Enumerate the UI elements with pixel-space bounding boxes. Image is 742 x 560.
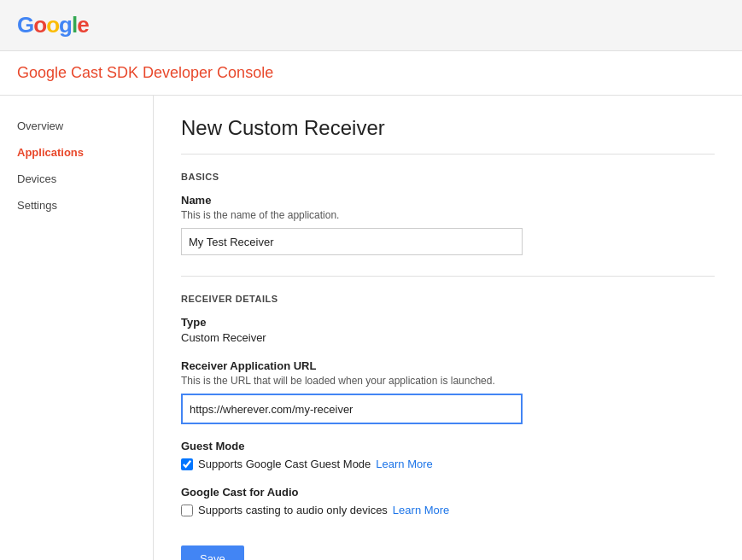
basics-section-title: BASICS (181, 172, 715, 182)
guest-mode-label: Guest Mode (181, 440, 715, 452)
page-title: New Custom Receiver (181, 116, 715, 155)
logo-letter-o2: o (46, 12, 59, 38)
receiver-details-section: RECEIVER DETAILS Type Custom Receiver Re… (181, 294, 715, 516)
audio-checkbox-label: Supports casting to audio only devices (198, 504, 388, 516)
logo-letter-e: e (77, 12, 88, 38)
name-field-block: Name This is the name of the application… (181, 194, 715, 255)
url-input[interactable] (181, 394, 523, 424)
save-button[interactable]: Save (181, 545, 244, 560)
receiver-details-title: RECEIVER DETAILS (181, 294, 715, 304)
name-desc: This is the name of the application. (181, 209, 715, 221)
google-logo: Google (17, 12, 89, 38)
type-field-block: Type Custom Receiver (181, 316, 715, 344)
sidebar: Overview Applications Devices Settings (0, 96, 154, 560)
logo-letter-g2: g (59, 12, 72, 38)
sidebar-item-overview[interactable]: Overview (0, 113, 153, 139)
url-desc: This is the URL that will be loaded when… (181, 375, 715, 387)
topbar: Google (0, 0, 742, 51)
type-label: Type (181, 316, 715, 329)
section-divider (181, 276, 715, 277)
basics-section: BASICS Name This is the name of the appl… (181, 172, 715, 255)
layout: Overview Applications Devices Settings N… (0, 96, 742, 560)
guest-mode-checkbox-row: Supports Google Cast Guest Mode Learn Mo… (181, 458, 715, 470)
logo-letter-g: G (17, 12, 33, 38)
logo-letter-o1: o (33, 12, 46, 38)
name-label: Name (181, 194, 715, 207)
console-title: Google Cast SDK Developer Console (17, 64, 273, 82)
guest-mode-learn-more-link[interactable]: Learn More (376, 458, 432, 470)
audio-field-block: Google Cast for Audio Supports casting t… (181, 486, 715, 516)
subheader: Google Cast SDK Developer Console (0, 51, 742, 96)
audio-checkbox-row: Supports casting to audio only devices L… (181, 504, 715, 516)
type-value: Custom Receiver (181, 331, 715, 344)
guest-mode-checkbox[interactable] (181, 458, 193, 470)
name-input[interactable] (181, 228, 523, 255)
guest-mode-field-block: Guest Mode Supports Google Cast Guest Mo… (181, 440, 715, 470)
sidebar-item-applications[interactable]: Applications (0, 139, 153, 166)
sidebar-item-devices[interactable]: Devices (0, 166, 153, 192)
url-label: Receiver Application URL (181, 359, 715, 372)
url-field-block: Receiver Application URL This is the URL… (181, 359, 715, 424)
guest-mode-checkbox-label: Supports Google Cast Guest Mode (198, 458, 371, 470)
audio-checkbox[interactable] (181, 505, 193, 516)
sidebar-item-settings[interactable]: Settings (0, 192, 153, 219)
main-content: New Custom Receiver BASICS Name This is … (154, 96, 742, 560)
audio-label: Google Cast for Audio (181, 486, 715, 499)
audio-learn-more-link[interactable]: Learn More (393, 504, 449, 516)
